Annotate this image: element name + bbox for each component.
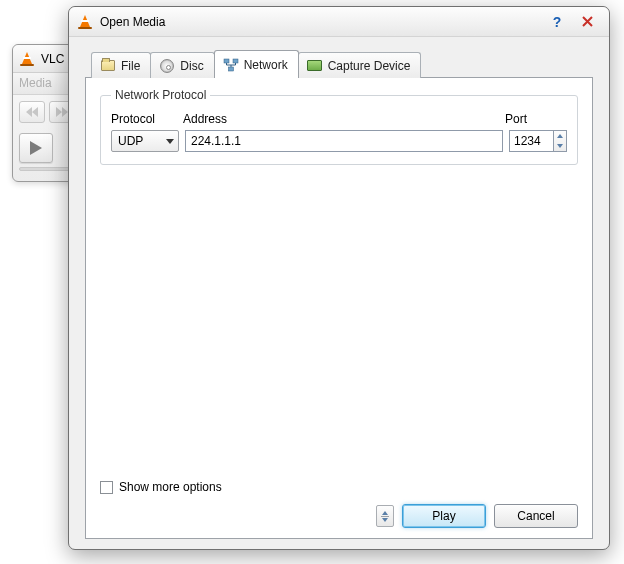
dialog-body: File Disc Network Capture Device Network… bbox=[69, 37, 609, 549]
show-more-options-label: Show more options bbox=[119, 480, 222, 494]
field-inputs-row: UDP bbox=[111, 130, 567, 152]
port-stepper-arrows[interactable] bbox=[553, 130, 567, 152]
button-row: Play Cancel bbox=[100, 504, 578, 528]
port-input[interactable] bbox=[509, 130, 553, 152]
tab-strip: File Disc Network Capture Device bbox=[85, 49, 593, 77]
open-media-dialog: Open Media ? File Disc Network bbox=[68, 6, 610, 550]
tab-panel-network: Network Protocol Protocol Address Port U… bbox=[85, 77, 593, 539]
chevron-down-icon bbox=[166, 139, 174, 144]
rewind-button[interactable] bbox=[19, 101, 45, 123]
play-button[interactable] bbox=[19, 133, 53, 163]
menu-media[interactable]: Media bbox=[19, 76, 52, 90]
svg-rect-0 bbox=[224, 59, 229, 63]
address-input[interactable] bbox=[185, 130, 503, 152]
show-more-options-checkbox[interactable] bbox=[100, 481, 113, 494]
show-more-options-row: Show more options bbox=[100, 480, 578, 494]
close-button[interactable] bbox=[573, 13, 601, 31]
dialog-footer: Show more options Play Cancel bbox=[100, 470, 578, 528]
play-button[interactable]: Play bbox=[402, 504, 486, 528]
tab-network[interactable]: Network bbox=[214, 50, 299, 78]
network-icon bbox=[223, 57, 239, 73]
play-button-label: Play bbox=[432, 509, 455, 523]
vlc-cone-icon bbox=[19, 51, 35, 67]
tab-capture-label: Capture Device bbox=[328, 59, 411, 73]
help-button[interactable]: ? bbox=[543, 13, 571, 31]
tab-file-label: File bbox=[121, 59, 140, 73]
port-spinner[interactable] bbox=[509, 130, 567, 152]
svg-rect-1 bbox=[233, 59, 238, 63]
field-labels-row: Protocol Address Port bbox=[111, 112, 567, 126]
tab-disc-label: Disc bbox=[180, 59, 203, 73]
dialog-title: Open Media bbox=[100, 15, 165, 29]
network-protocol-group: Network Protocol Protocol Address Port U… bbox=[100, 88, 578, 165]
vlc-cone-icon bbox=[77, 14, 93, 30]
play-mode-toggle[interactable] bbox=[376, 505, 394, 527]
port-label: Port bbox=[505, 112, 567, 126]
address-label: Address bbox=[183, 112, 505, 126]
capture-icon bbox=[307, 58, 323, 74]
disc-icon bbox=[159, 58, 175, 74]
tab-network-label: Network bbox=[244, 58, 288, 72]
network-protocol-legend: Network Protocol bbox=[111, 88, 210, 102]
tab-file[interactable]: File bbox=[91, 52, 151, 78]
svg-rect-2 bbox=[228, 67, 233, 71]
protocol-select[interactable]: UDP bbox=[111, 130, 179, 152]
folder-icon bbox=[100, 58, 116, 74]
dialog-titlebar: Open Media ? bbox=[69, 7, 609, 37]
protocol-label: Protocol bbox=[111, 112, 183, 126]
tab-capture[interactable]: Capture Device bbox=[298, 52, 422, 78]
cancel-button-label: Cancel bbox=[517, 509, 554, 523]
tab-disc[interactable]: Disc bbox=[150, 52, 214, 78]
cancel-button[interactable]: Cancel bbox=[494, 504, 578, 528]
port-step-down[interactable] bbox=[554, 141, 566, 151]
port-step-up[interactable] bbox=[554, 131, 566, 141]
protocol-select-value: UDP bbox=[118, 134, 143, 148]
vlc-title: VLC bbox=[41, 52, 64, 66]
